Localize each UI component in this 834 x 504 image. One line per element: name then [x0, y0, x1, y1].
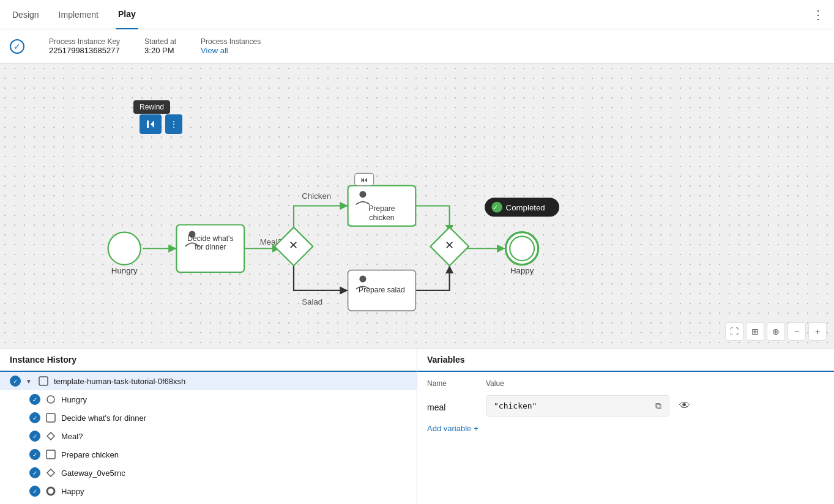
svg-text:✓: ✓ — [493, 204, 498, 211]
svg-text:✕: ✕ — [445, 239, 454, 251]
svg-point-17 — [359, 191, 366, 198]
history-item-gateway2[interactable]: ✓Gateway_0ve5rnc — [0, 464, 417, 482]
value-column-label: Value — [486, 379, 504, 388]
type-icon-root — [38, 376, 49, 387]
history-item-check-meal: ✓ — [29, 431, 40, 442]
instance-history-panel: Instance History ✓▼template-human-task-t… — [0, 349, 417, 504]
svg-marker-0 — [151, 120, 154, 128]
history-item-hungry[interactable]: ✓Hungry — [0, 390, 417, 409]
history-item-check-decide: ✓ — [29, 412, 40, 423]
rewind-dots-button[interactable]: ⋮ — [165, 114, 182, 134]
type-icon-prepare-chicken — [45, 449, 56, 460]
history-item-label-root: template-human-task-tutorial-0f68xsh — [54, 377, 185, 386]
svg-text:Prepare salad: Prepare salad — [359, 286, 405, 294]
name-column-label: Name — [427, 379, 476, 388]
history-item-label-prepare-chicken: Prepare chicken — [61, 450, 119, 459]
started-at-group: Started at 3:20 PM — [144, 37, 176, 55]
svg-point-28 — [510, 236, 534, 261]
svg-text:Prepare: Prepare — [368, 204, 395, 213]
svg-rect-34 — [39, 377, 48, 385]
variables-panel: Variables Name Value meal "chicken" ⧉ 👁 … — [417, 349, 834, 504]
svg-text:Decide what's: Decide what's — [187, 234, 233, 243]
process-instances-group: Process Instances View all — [201, 37, 261, 55]
started-at-value: 3:20 PM — [144, 46, 176, 55]
process-instance-key-group: Process Instance Key 2251799813685277 — [49, 37, 120, 55]
svg-text:Happy: Happy — [510, 266, 534, 275]
svg-point-23 — [359, 276, 366, 283]
history-item-label-decide: Decide what's for dinner — [61, 413, 146, 423]
zoom-in-button[interactable]: + — [808, 322, 827, 341]
add-variable-icon: + — [474, 424, 478, 433]
variable-value-box: "chicken" ⧉ — [486, 395, 669, 417]
nav-implement[interactable]: Implement — [56, 0, 101, 29]
crosshair-button[interactable]: ⊕ — [767, 322, 785, 341]
svg-point-35 — [47, 396, 54, 403]
nav-design[interactable]: Design — [10, 0, 42, 29]
history-item-label-happy: Happy — [61, 487, 84, 496]
svg-point-40 — [47, 487, 54, 495]
expand-arrow-root[interactable]: ▼ — [26, 378, 32, 385]
history-item-check-hungry: ✓ — [29, 394, 40, 405]
history-item-root[interactable]: ✓▼template-human-task-tutorial-0f68xsh — [0, 372, 417, 390]
variables-content: Name Value meal "chicken" ⧉ 👁 Add variab… — [417, 372, 834, 504]
history-item-happy[interactable]: ✓Happy — [0, 482, 417, 500]
svg-point-8 — [108, 232, 141, 265]
process-instances-label: Process Instances — [201, 37, 261, 46]
view-all-link[interactable]: View all — [201, 46, 261, 55]
rewind-button[interactable] — [140, 114, 162, 134]
svg-text:Chicken: Chicken — [302, 191, 331, 201]
history-list: ✓▼template-human-task-tutorial-0f68xsh✓H… — [0, 372, 417, 504]
grid-button[interactable]: ⊞ — [746, 322, 764, 341]
svg-rect-38 — [47, 450, 55, 459]
top-nav: Design Implement Play ⋮ — [0, 0, 834, 29]
svg-text:for dinner: for dinner — [195, 243, 226, 251]
svg-text:Salad: Salad — [302, 297, 322, 306]
variable-row: meal "chicken" ⧉ 👁 — [427, 395, 824, 417]
add-variable-label: Add variable — [427, 424, 471, 433]
svg-text:⏮: ⏮ — [360, 176, 368, 184]
history-item-check-happy: ✓ — [29, 486, 40, 497]
history-item-label-gateway2: Gateway_0ve5rnc — [61, 469, 125, 478]
variable-value: "chicken" — [494, 401, 537, 410]
process-instance-key-value: 2251799813685277 — [49, 46, 120, 55]
type-icon-meal — [45, 431, 56, 442]
variables-title: Variables — [417, 349, 834, 372]
variable-name: meal — [427, 402, 476, 412]
process-instance-key-label: Process Instance Key — [49, 37, 120, 46]
history-item-meal[interactable]: ✓Meal? — [0, 427, 417, 445]
kebab-menu-icon[interactable]: ⋮ — [812, 7, 824, 22]
add-variable-button[interactable]: Add variable + — [427, 424, 824, 433]
zoom-out-button[interactable]: − — [787, 322, 806, 341]
nav-play[interactable]: Play — [116, 0, 138, 29]
fullscreen-button[interactable]: ⛶ — [725, 322, 743, 341]
svg-text:Completed: Completed — [506, 203, 545, 212]
canvas-controls: ⛶ ⊞ ⊕ − + — [725, 322, 827, 341]
bpmn-canvas: Rewind ⋮ Chicken Salad Meal? — [0, 64, 834, 348]
history-item-check-root: ✓ — [10, 376, 21, 387]
svg-rect-1 — [147, 120, 149, 128]
svg-text:chicken: chicken — [369, 213, 394, 222]
variables-columns: Name Value — [427, 379, 824, 388]
instance-history-title: Instance History — [0, 349, 417, 372]
svg-text:Hungry: Hungry — [111, 266, 138, 275]
svg-marker-37 — [47, 432, 54, 440]
bottom-area: Instance History ✓▼template-human-task-t… — [0, 348, 834, 504]
bpmn-diagram: Chicken Salad Meal? Hungry Decide what's… — [0, 64, 834, 348]
history-item-label-hungry: Hungry — [61, 395, 87, 404]
rewind-tooltip: Rewind — [133, 100, 170, 114]
copy-icon[interactable]: ⧉ — [655, 401, 661, 411]
history-item-decide[interactable]: ✓Decide what's for dinner — [0, 409, 417, 427]
history-item-check-gateway2: ✓ — [29, 467, 40, 478]
history-item-label-meal: Meal? — [61, 432, 83, 441]
type-icon-gateway2 — [45, 467, 56, 478]
type-icon-hungry — [45, 394, 56, 405]
history-item-check-prepare-chicken: ✓ — [29, 449, 40, 460]
type-icon-decide — [45, 412, 56, 423]
history-item-prepare-chicken[interactable]: ✓Prepare chicken — [0, 445, 417, 464]
eye-icon[interactable]: 👁 — [679, 399, 690, 412]
svg-text:✕: ✕ — [289, 239, 299, 251]
instance-check-icon: ✓ — [10, 39, 24, 54]
svg-marker-39 — [47, 469, 54, 476]
started-at-label: Started at — [144, 37, 176, 46]
type-icon-happy — [45, 486, 56, 497]
